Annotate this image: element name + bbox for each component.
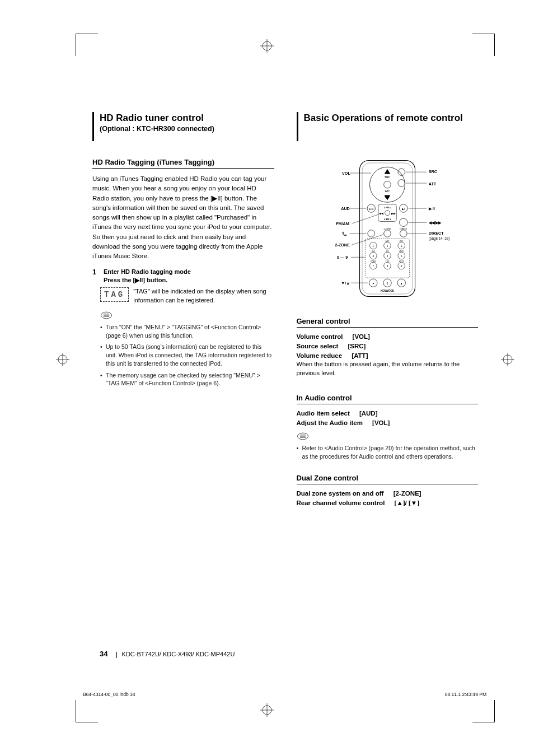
note-item: •The memory usage can be checked by sele… <box>100 371 274 388</box>
svg-text:3: 3 <box>401 245 402 248</box>
svg-text:8: 8 <box>386 265 388 268</box>
svg-text:2-ZONE: 2-ZONE <box>383 228 391 230</box>
source-select-row: Source select [SRC] <box>297 343 479 349</box>
page-number: 34 <box>100 650 107 658</box>
hd-tagging-heading: HD Radio Tagging (iTunes Tagging) <box>92 158 274 169</box>
svg-text:0 — 9: 0 — 9 <box>337 255 348 260</box>
svg-point-40 <box>400 230 407 237</box>
model-list: KDC-BT742U/ KDC-X493/ KDC-MP442U <box>122 651 235 657</box>
svg-text:SRC: SRC <box>429 169 437 174</box>
svg-text:▼: ▼ <box>372 282 374 285</box>
svg-text:DEF: DEF <box>400 240 403 242</box>
twozone-key: [2-ZONE] <box>394 490 421 497</box>
note-item: •Up to 50 TAGs (song's information) can … <box>100 343 274 367</box>
svg-text:AUD: AUD <box>369 208 374 211</box>
svg-text:0: 0 <box>386 282 388 285</box>
svg-point-38 <box>368 230 375 237</box>
hd-tagging-intro: Using an iTunes Tagging enabled HD Radio… <box>92 174 274 261</box>
svg-text:▲FM▲: ▲FM▲ <box>383 206 391 209</box>
svg-text:9: 9 <box>401 265 402 268</box>
crop-mark <box>76 34 98 56</box>
svg-text:2: 2 <box>386 245 388 248</box>
note-icon <box>297 432 479 442</box>
svg-text:SRC: SRC <box>385 176 390 179</box>
step-heading: Enter HD Radio tagging mode <box>104 268 274 277</box>
display-indicator-text: "TAG" will be indicated on the display w… <box>133 287 274 305</box>
att-key: [ATT] <box>352 352 368 359</box>
rear-key: [▲]/ [▼] <box>395 500 419 506</box>
registration-mark-icon <box>260 39 274 53</box>
svg-point-33 <box>385 211 390 216</box>
step-instruction: Press the [▶II] button. <box>104 277 274 284</box>
volume-reduce-row: Volume reduce [ATT] When the button is p… <box>297 352 479 378</box>
registration-mark-icon <box>260 703 274 717</box>
audio-control-heading: In Audio control <box>297 394 479 404</box>
svg-text:WXYZ: WXYZ <box>399 260 404 263</box>
page-footer: 34 KDC-BT742U/ KDC-X493/ KDC-MP442U <box>100 650 235 658</box>
vol-key: [VOL] <box>353 333 370 340</box>
note-icon <box>100 311 274 321</box>
general-control-heading: General control <box>297 317 479 328</box>
remote-diagram: SRC ATT VOL AUD ▶II ▲FM▲ ◀◀ <box>297 158 479 300</box>
svg-text:📞: 📞 <box>342 231 347 236</box>
svg-point-26 <box>398 180 405 187</box>
notes-list: •Turn "ON" the "MENU" > "TAGGING" of <Fu… <box>100 323 274 388</box>
svg-text:JKL: JKL <box>386 250 389 253</box>
svg-text:VOL: VOL <box>385 196 390 199</box>
step-number: 1 <box>92 268 100 284</box>
svg-text:5: 5 <box>386 255 388 258</box>
svg-text:▲: ▲ <box>400 282 402 285</box>
display-indicator-tag: TAG <box>100 287 129 302</box>
printer-metadata: B64-4314-00_00.indb 34 08.11.1 2:43:49 P… <box>83 692 486 697</box>
svg-point-37 <box>399 218 407 226</box>
registration-mark-icon <box>56 353 69 366</box>
svg-point-22 <box>383 181 391 188</box>
svg-text:ATT: ATT <box>385 190 390 193</box>
svg-text:6: 6 <box>401 255 402 258</box>
svg-text:PQRS: PQRS <box>371 260 376 263</box>
left-column: HD Radio tuner control (Optional : KTC-H… <box>92 112 274 509</box>
crop-mark <box>76 700 98 722</box>
svg-text:GHI: GHI <box>372 250 375 253</box>
svg-text:▶II: ▶II <box>401 208 405 211</box>
svg-text:4: 4 <box>372 255 374 258</box>
svg-text:DIRECT: DIRECT <box>400 228 407 230</box>
svg-text:ABC: ABC <box>386 240 390 242</box>
svg-point-39 <box>383 230 391 237</box>
svg-text:ATT: ATT <box>429 181 437 186</box>
svg-text:◀◀/▶▶: ◀◀/▶▶ <box>428 220 442 225</box>
aud-key: [AUD] <box>359 410 378 417</box>
volume-control-row: Volume control [VOL] <box>297 333 479 340</box>
svg-text:DIRECT: DIRECT <box>429 231 444 236</box>
att-description: When the button is pressed again, the vo… <box>297 360 479 378</box>
svg-text:(page 14, 33): (page 14, 33) <box>429 236 449 241</box>
svg-point-25 <box>398 169 405 176</box>
remote-title: Basic Operations of remote control <box>304 112 479 124</box>
svg-text:▼AM▼: ▼AM▼ <box>383 218 391 221</box>
svg-text:MNO: MNO <box>399 250 404 253</box>
adjust-audio-row: Adjust the Audio item [VOL] <box>297 419 479 426</box>
svg-line-88 <box>352 214 379 223</box>
svg-text:▶ II: ▶ II <box>428 206 435 211</box>
svg-text:▶▶: ▶▶ <box>391 212 396 215</box>
svg-text:KENWOOD: KENWOOD <box>381 290 395 292</box>
audio-item-select-row: Audio item select [AUD] <box>297 410 479 417</box>
svg-text:▼/▲: ▼/▲ <box>341 281 350 286</box>
src-key: [SRC] <box>348 343 366 349</box>
hd-radio-title: HD Radio tuner control <box>100 112 274 124</box>
adj-vol-key: [VOL] <box>372 419 390 426</box>
note-item: •Turn "ON" the "MENU" > "TAGGING" of <Fu… <box>100 323 274 339</box>
svg-text:TUV: TUV <box>386 260 390 263</box>
note-item: •Refer to <Audio Control> (page 20) for … <box>297 444 479 460</box>
print-timestamp: 08.11.1 2:43:49 PM <box>445 692 486 697</box>
dual-zone-on-row: Dual zone system on and off [2-ZONE] <box>297 490 479 497</box>
crop-mark <box>472 34 495 56</box>
registration-mark-icon <box>501 353 514 366</box>
file-name: B64-4314-00_00.indb 34 <box>83 692 135 697</box>
svg-line-97 <box>351 235 383 245</box>
crop-mark <box>472 700 495 722</box>
rear-channel-row: Rear channel volume control [▲]/ [▼] <box>297 500 479 506</box>
svg-marker-19 <box>384 169 390 174</box>
svg-text:7: 7 <box>372 265 374 268</box>
svg-text:2-ZONE: 2-ZONE <box>335 242 350 248</box>
